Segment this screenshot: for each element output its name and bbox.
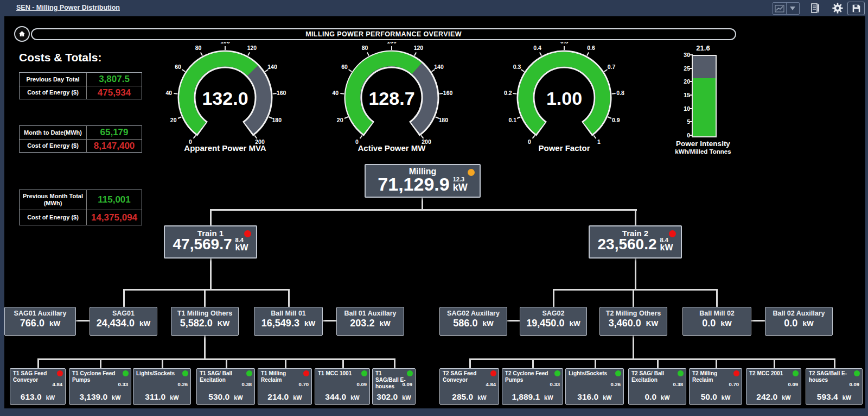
status-dot-orange — [468, 169, 475, 176]
node-title: T2 Milling Others — [600, 310, 667, 317]
node-value: 285.0 — [452, 392, 473, 402]
node-t2-sag-feed-conveyor-t2[interactable]: T2 SAG Feed Conveyor4.84285.0kW — [439, 368, 499, 405]
node-ratio: 0.38 — [673, 381, 684, 387]
tree-connector — [834, 358, 835, 368]
node-value-row: 530.0kW — [197, 392, 254, 402]
node-ball-02-auxillary[interactable]: Ball 02 Auxillary0.0kW — [765, 307, 833, 336]
gear-icon[interactable] — [832, 2, 844, 16]
table-label: Previous Day Total — [20, 73, 87, 86]
node-unit: KW — [646, 319, 659, 327]
tree-connector — [422, 198, 423, 210]
svg-text:1: 1 — [597, 138, 601, 145]
tree-connector — [553, 289, 554, 307]
status-dot-red — [669, 230, 676, 237]
tree-connector — [342, 358, 344, 368]
node-value-row: 24,434.0kW — [90, 318, 157, 329]
node-unit: kW — [482, 319, 493, 327]
svg-text:0.3: 0.3 — [513, 64, 521, 70]
svg-text:Power Factor: Power Factor — [538, 143, 590, 153]
node-value: 214.0 — [267, 392, 289, 402]
node-t1-sag-feed-conveyor-t1[interactable]: T1 SAG Feed Conveyor4.84613.0kW — [10, 368, 66, 405]
node-ball-mill-01[interactable]: Ball Mill 0116,549.3kW — [254, 307, 323, 336]
table-value: 14,375,094 — [87, 210, 142, 225]
node-unit: kW — [603, 394, 612, 401]
home-button[interactable] — [14, 26, 30, 42]
node-t2-milling-reclaim-t2[interactable]: T2 Milling Reclaim0.7050.0kW — [689, 368, 742, 405]
tree-connector — [716, 289, 718, 307]
tree-connector — [37, 358, 395, 360]
node-ball-mill-02[interactable]: Ball Mill 020.0kW — [682, 307, 751, 336]
node-t1-milling-others[interactable]: T1 Milling Others5,582.0KW — [171, 307, 239, 336]
node-sag02-auxillary[interactable]: SAG02 Auxillary586.0kW — [439, 307, 507, 336]
node-lights-sockets-t1[interactable]: Lights/Sockets0.26311.0kW — [133, 368, 191, 405]
node-sag01[interactable]: SAG0124,434.0kW — [90, 307, 157, 336]
node-sag02[interactable]: SAG0219,450.0kW — [520, 307, 587, 336]
power-intensity-bar: 21.6051015202530Power IntensitykWh/Mille… — [673, 46, 760, 157]
node-t1-milling-reclaim-t1[interactable]: T1 Milling Reclaim0.70214.0kW — [258, 368, 312, 405]
svg-text:100: 100 — [387, 42, 397, 45]
table-value: 8,147,400 — [87, 139, 142, 152]
node-unit-col: 8.4kW — [660, 237, 673, 252]
tree-connector — [123, 289, 290, 291]
node-t2-sag-ball-e-houses-t2[interactable]: T2 SAG/Ball E-houses0.09593.4kW — [806, 368, 863, 405]
node-t1-mcc-1001-t1[interactable]: T1 MCC 10010.09344.0kW — [315, 368, 370, 405]
svg-text:160: 160 — [443, 90, 453, 96]
page-title-link[interactable]: SEN - Milling Power Distribution — [16, 4, 120, 11]
node-t2-mcc-2001-t2[interactable]: T2 MCC 20010.09242.0kW — [746, 368, 801, 405]
svg-text:180: 180 — [272, 117, 282, 123]
svg-text:100: 100 — [220, 42, 230, 45]
node-lights-sockets-t2[interactable]: Lights/Sockets0.26316.0kW — [565, 368, 624, 405]
node-value: 242.0 — [756, 392, 777, 402]
node-t1-cyclone-feed-pumps-t1[interactable]: T1 Cyclone Feed Pumps0.333,139.0kW — [69, 368, 131, 405]
node-title: Ball 02 Auxillary — [765, 310, 832, 317]
node-ratio: 0.09 — [357, 381, 367, 387]
save-button[interactable] — [847, 2, 865, 15]
intensity-tick-label: 25 — [677, 65, 690, 72]
node-value-row: 71,129.912.3kW — [366, 175, 480, 194]
node-unit: kW — [350, 394, 360, 401]
node-unit: kW — [235, 243, 248, 252]
tree-connector — [210, 209, 637, 211]
node-value: 311.0 — [145, 392, 165, 402]
node-value: 530.0 — [208, 392, 229, 402]
node-unit: kW — [802, 319, 813, 327]
svg-text:40: 40 — [166, 90, 173, 96]
svg-text:60: 60 — [175, 64, 181, 70]
svg-text:Active Power MW: Active Power MW — [358, 143, 426, 153]
node-train-2[interactable]: Train 223,560.28.4kW — [589, 225, 682, 259]
status-dot-green — [246, 370, 252, 376]
svg-text:20: 20 — [170, 117, 177, 123]
node-value: 344.0 — [325, 392, 346, 402]
node-t1-sag-ball-excitation-t1[interactable]: T1 SAG/ Ball Excitation0.38530.0kW — [196, 368, 255, 405]
node-unit: kW — [304, 319, 315, 327]
node-value-row: 242.0kW — [746, 392, 801, 402]
notes-icon[interactable] — [809, 2, 821, 16]
svg-text:20: 20 — [337, 117, 343, 123]
tree-connector — [751, 320, 765, 322]
node-train-1[interactable]: Train 147,569.78.4kW — [164, 225, 257, 259]
tree-connector — [532, 358, 534, 368]
node-title: Ball 01 Auxillary — [337, 310, 404, 317]
node-value: 0.0 — [644, 392, 656, 402]
node-title: Ball Mill 01 — [254, 310, 322, 317]
tree-connector — [210, 209, 212, 225]
node-unit: kW — [402, 394, 411, 401]
node-ratio: 0.33 — [118, 381, 129, 387]
node-sag01-auxillary[interactable]: SAG01 Auxillary766.0kW — [4, 307, 76, 336]
intensity-tick-label: 15 — [677, 92, 690, 98]
node-t2-sag-ball-excitation-t2[interactable]: T2 SAG/ Ball Excitation0.380.0kW — [628, 368, 686, 405]
node-ball-01-auxillary[interactable]: Ball 01 Auxillary203.2kW — [336, 307, 404, 336]
svg-text:Apparent Power MVA: Apparent Power MVA — [184, 143, 266, 153]
node-value: 24,434.0 — [97, 318, 135, 329]
node-t2-cyclone-feed-pumps-t2[interactable]: T2 Cyclone Feed Pumps0.331,889.1kW — [502, 368, 563, 405]
table-label: Month to Date(MWh) — [20, 126, 87, 139]
intensity-tick — [690, 81, 693, 82]
node-value-row: 302.0kW — [373, 392, 415, 402]
node-milling[interactable]: Milling71,129.912.3kW — [365, 164, 481, 198]
node-value: 3,139.0 — [79, 392, 107, 402]
node-t1-sag-ball-e-houses-t1[interactable]: T1 SAG/Ball E-houses0.09302.0kW — [372, 368, 416, 405]
trend-selector-button[interactable] — [773, 2, 800, 15]
node-unit: KW — [218, 319, 230, 327]
tree-connector — [633, 289, 634, 307]
node-t2-milling-others[interactable]: T2 Milling Others3,460.0KW — [599, 307, 667, 336]
